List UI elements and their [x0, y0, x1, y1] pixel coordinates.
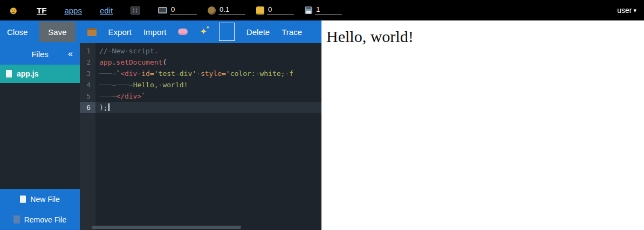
delete-button[interactable]: Delete — [246, 27, 270, 37]
action-label: Remove File — [24, 215, 67, 224]
code-line[interactable]: app.setDocument( — [95, 57, 321, 68]
page-icon — [6, 70, 12, 78]
sidebar-actions: New FileRemove File — [0, 189, 80, 230]
line-number: 4 — [80, 79, 95, 90]
caret-down-icon: ▾ — [633, 7, 636, 14]
stat-monitor-value[interactable]: 0 — [170, 5, 197, 15]
stat-note[interactable]: 0 — [256, 5, 294, 15]
stat-floppy[interactable]: 1 — [305, 5, 342, 15]
stat-monitor[interactable]: 0 — [158, 5, 197, 15]
export-button[interactable]: Export — [108, 27, 132, 37]
soap-icon[interactable] — [178, 29, 188, 35]
file-list: app.js — [0, 65, 80, 83]
new-file-button[interactable]: New File — [0, 189, 80, 210]
line-number-gutter: 123456 — [80, 43, 95, 230]
stat-floppy-value[interactable]: 1 — [315, 5, 342, 15]
stat-note-value[interactable]: 0 — [267, 5, 294, 15]
horizontal-scrollbar — [80, 226, 321, 229]
trace-button[interactable]: Trace — [282, 27, 302, 37]
timer-icon — [208, 6, 216, 15]
keypad-icon[interactable] — [131, 6, 140, 15]
stat-timer-value[interactable]: 0.1 — [218, 5, 245, 15]
remove-file-button[interactable]: Remove File — [0, 210, 80, 230]
file-item-app.js[interactable]: app.js — [0, 65, 80, 83]
sidebar: Files « app.js New FileRemove File — [0, 43, 80, 230]
nav-apps-link[interactable]: apps — [64, 6, 82, 15]
nav-edit-link[interactable]: edit — [100, 6, 113, 15]
trash-icon — [13, 217, 20, 224]
code-area[interactable]: //·New·script.app.setDocument(───→`<div·… — [95, 43, 321, 230]
import-button[interactable]: Import — [143, 27, 167, 37]
code-line[interactable]: ); — [95, 102, 321, 113]
files-header: Files « — [0, 43, 80, 65]
logo-emoji[interactable]: ☻ — [8, 5, 19, 16]
close-button[interactable]: Close — [7, 27, 28, 37]
save-button[interactable]: Save — [39, 22, 75, 42]
stat-timer[interactable]: 0.1 — [208, 5, 245, 15]
topbar-stats: 00.101 — [158, 5, 342, 15]
toolbar: Close Save Export Import ✦ Delete Trace — [0, 20, 321, 43]
workspace: Files « app.js New FileRemove File 12345… — [0, 43, 321, 230]
floppy-icon — [305, 6, 312, 14]
preview-pane: Hello, world! — [321, 20, 644, 230]
monitor-icon — [158, 7, 167, 13]
page-icon — [20, 196, 26, 203]
user-menu[interactable]: user ▾ — [617, 6, 636, 15]
line-number: 1 — [80, 45, 95, 57]
editor-column: Close Save Export Import ✦ Delete Trace … — [0, 20, 321, 230]
text-cursor — [108, 103, 109, 111]
topbar: ☻ TF apps edit 00.101 user ▾ — [0, 0, 644, 20]
code-line[interactable]: ───→───→Hello,·world! — [95, 79, 321, 90]
scrollbar-thumb[interactable] — [92, 226, 241, 229]
line-number: 6 — [80, 102, 95, 113]
code-line[interactable]: //·New·script. — [95, 45, 321, 57]
collapse-sidebar-button[interactable]: « — [68, 49, 73, 59]
sidebar-filler — [0, 83, 80, 189]
app-window: ☻ TF apps edit 00.101 user ▾ Close Save … — [0, 0, 644, 230]
code-line[interactable]: ───→</div>` — [95, 90, 321, 102]
main-body: Close Save Export Import ✦ Delete Trace … — [0, 20, 644, 230]
code-editor[interactable]: 123456 //·New·script.app.setDocument(───… — [80, 43, 321, 230]
file-label: app.js — [17, 69, 38, 78]
note-icon — [256, 6, 264, 15]
files-header-label: Files — [31, 50, 49, 59]
blank-input[interactable] — [219, 23, 235, 41]
rendered-output-text: Hello, world! — [321, 20, 644, 46]
line-number: 2 — [80, 57, 95, 68]
package-icon[interactable] — [87, 28, 97, 36]
brand-link[interactable]: TF — [37, 6, 46, 15]
action-label: New File — [30, 195, 59, 204]
code-line[interactable]: ───→`<div·id='test-div'·style='color:·wh… — [95, 68, 321, 79]
user-label: user — [617, 6, 632, 15]
sparkles-icon[interactable]: ✦ — [200, 27, 207, 36]
line-number: 3 — [80, 68, 95, 79]
line-number: 5 — [80, 90, 95, 102]
